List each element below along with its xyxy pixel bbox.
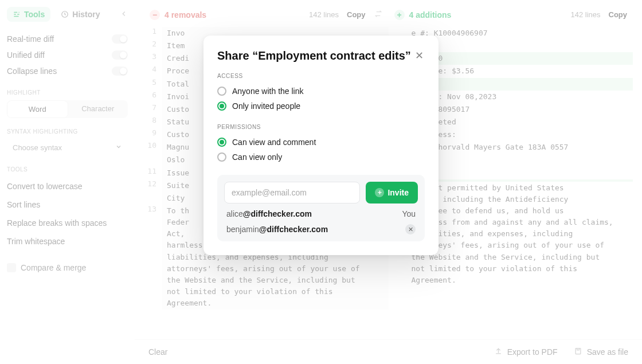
invited-person: benjamin@diffchecker.com✕: [224, 218, 418, 234]
invite-button[interactable]: + Invite: [366, 182, 418, 203]
you-label: You: [402, 209, 416, 218]
perm-view[interactable]: Can view only: [217, 150, 425, 165]
invite-box: + Invite alice@diffchecker.comYoubenjami…: [217, 175, 425, 241]
radio-icon: [217, 101, 226, 111]
remove-person-icon[interactable]: ✕: [405, 224, 416, 234]
access-invited[interactable]: Only invited people: [217, 99, 425, 113]
radio-icon: [217, 152, 226, 162]
plus-circle-icon: +: [375, 188, 384, 197]
access-label: ACCESS: [217, 73, 425, 79]
modal-overlay[interactable]: Share “Employment contract edits” ✕ ACCE…: [0, 0, 642, 364]
radio-icon: [217, 87, 226, 96]
permissions-label: PERMISSIONS: [217, 124, 425, 130]
perm-comment[interactable]: Can view and comment: [217, 135, 425, 150]
close-icon[interactable]: ✕: [414, 49, 425, 62]
person-email: alice@diffchecker.com: [226, 209, 312, 218]
modal-title: Share “Employment contract edits”: [217, 49, 411, 62]
email-field[interactable]: [224, 182, 360, 203]
person-email: benjamin@diffchecker.com: [226, 225, 328, 234]
share-modal: Share “Employment contract edits” ✕ ACCE…: [203, 36, 439, 255]
access-anyone[interactable]: Anyone with the link: [217, 84, 425, 99]
radio-icon: [217, 138, 226, 147]
invited-person: alice@diffchecker.comYou: [224, 203, 418, 218]
